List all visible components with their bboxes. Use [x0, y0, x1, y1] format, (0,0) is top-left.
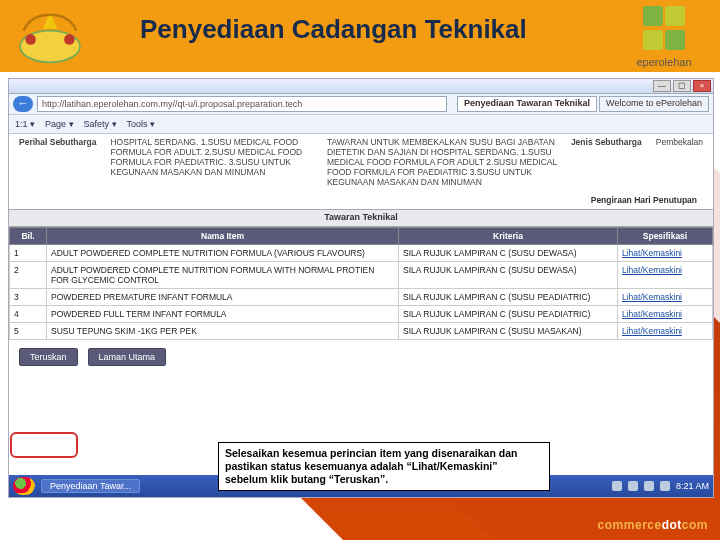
tab-welcome[interactable]: Welcome to ePerolehan	[599, 96, 709, 112]
crest-logo-icon	[6, 4, 94, 66]
address-bar[interactable]: http://latihan.eperolehan.com.my//qt-u/i…	[37, 96, 447, 112]
cell-item: POWDERED PREMATURE INFANT FORMULA	[47, 289, 399, 306]
cell-kriteria: SILA RUJUK LAMPIRAN C (SUSU DEWASA)	[399, 245, 618, 262]
cell-bil: 4	[10, 306, 47, 323]
jenis-value: Pembekalan	[656, 137, 703, 187]
tawaran-value: TAWARAN UNTUK MEMBEKALKAN SUSU BAGI JABA…	[327, 137, 557, 187]
svg-point-1	[25, 34, 36, 45]
taskbar-clock: 8:21 AM	[676, 481, 709, 491]
cell-bil: 5	[10, 323, 47, 340]
table-row: 3POWDERED PREMATURE INFANT FORMULASILA R…	[10, 289, 713, 306]
cell-spec: Lihat/Kemaskini	[618, 323, 713, 340]
cell-item: ADULT POWDERED COMPLETE NUTRITION FORMUL…	[47, 245, 399, 262]
tray-icon[interactable]	[628, 481, 638, 491]
cell-spec: Lihat/Kemaskini	[618, 245, 713, 262]
th-kriteria: Kriteria	[399, 228, 618, 245]
cell-spec: Lihat/Kemaskini	[618, 289, 713, 306]
tray-icon[interactable]	[612, 481, 622, 491]
th-spesifikasi: Spesifikasi	[618, 228, 713, 245]
commercedotcom-logo: commercedotcom	[598, 518, 708, 532]
cell-spec: Lihat/Kemaskini	[618, 306, 713, 323]
perihal-label: Perihal Sebutharga	[19, 137, 96, 187]
back-button[interactable]: ←	[13, 96, 33, 112]
instruction-callout: Selesaikan kesemua perincian item yang d…	[218, 442, 550, 491]
svg-point-2	[64, 34, 75, 45]
close-button[interactable]: ×	[693, 80, 711, 92]
cell-spec: Lihat/Kemaskini	[618, 262, 713, 289]
cell-bil: 1	[10, 245, 47, 262]
page-title: Penyediaan Cadangan Teknikal	[140, 14, 527, 45]
start-button[interactable]	[13, 477, 35, 495]
lihat-kemaskini-link[interactable]: Lihat/Kemaskini	[622, 292, 682, 302]
tab-penyediaan[interactable]: Penyediaan Tawaran Teknikal	[457, 96, 597, 112]
lihat-kemaskini-link[interactable]: Lihat/Kemaskini	[622, 248, 682, 258]
teruskan-button[interactable]: Teruskan	[19, 348, 78, 366]
browser-screenshot: — ▢ × ← http://latihan.eperolehan.com.my…	[8, 78, 714, 498]
toolbar-page[interactable]: Page ▾	[45, 119, 74, 129]
cell-kriteria: SILA RUJUK LAMPIRAN C (SUSU PEADIATRIC)	[399, 289, 618, 306]
eperolehan-logo: eperolehan	[622, 6, 706, 62]
closing-day-label: Pengiraan Hari Penutupan	[9, 195, 713, 209]
tray-icon[interactable]	[644, 481, 654, 491]
cell-kriteria: SILA RUJUK LAMPIRAN C (SUSU MASAKAN)	[399, 323, 618, 340]
cell-kriteria: SILA RUJUK LAMPIRAN C (SUSU DEWASA)	[399, 262, 618, 289]
cell-bil: 2	[10, 262, 47, 289]
cell-item: POWDERED FULL TERM INFANT FORMULA	[47, 306, 399, 323]
taskbar-task[interactable]: Penyediaan Tawar...	[41, 479, 140, 493]
lihat-kemaskini-link[interactable]: Lihat/Kemaskini	[622, 309, 682, 319]
ie-toolbar: 1:1 ▾ Page ▾ Safety ▾ Tools ▾	[9, 115, 713, 134]
toolbar-tools[interactable]: Tools ▾	[127, 119, 156, 129]
section-tawaran-teknikal: Tawaran Teknikal	[9, 209, 713, 227]
th-bil: Bil.	[10, 228, 47, 245]
table-row: 2ADULT POWDERED COMPLETE NUTRITION FORMU…	[10, 262, 713, 289]
th-nama: Nama Item	[47, 228, 399, 245]
tray-icon[interactable]	[660, 481, 670, 491]
items-table: Bil. Nama Item Kriteria Spesifikasi 1ADU…	[9, 227, 713, 340]
table-row: 5SUSU TEPUNG SKIM -1KG PER PEKSILA RUJUK…	[10, 323, 713, 340]
table-row: 4POWDERED FULL TERM INFANT FORMULASILA R…	[10, 306, 713, 323]
cell-item: ADULT POWDERED COMPLETE NUTRITION FORMUL…	[47, 262, 399, 289]
toolbar-safety[interactable]: Safety ▾	[84, 119, 117, 129]
window-titlebar: — ▢ ×	[9, 79, 713, 94]
cell-kriteria: SILA RUJUK LAMPIRAN C (SUSU PEADIATRIC)	[399, 306, 618, 323]
lihat-kemaskini-link[interactable]: Lihat/Kemaskini	[622, 265, 682, 275]
cell-bil: 3	[10, 289, 47, 306]
cell-item: SUSU TEPUNG SKIM -1KG PER PEK	[47, 323, 399, 340]
maximize-button[interactable]: ▢	[673, 80, 691, 92]
perihal-value: HOSPITAL SERDANG. 1.SUSU MEDICAL FOOD FO…	[110, 137, 312, 187]
table-row: 1ADULT POWDERED COMPLETE NUTRITION FORMU…	[10, 245, 713, 262]
jenis-label: Jenis Sebutharga	[571, 137, 642, 187]
lihat-kemaskini-link[interactable]: Lihat/Kemaskini	[622, 326, 682, 336]
toolbar-zoom[interactable]: 1:1 ▾	[15, 119, 35, 129]
minimize-button[interactable]: —	[653, 80, 671, 92]
laman-utama-button[interactable]: Laman Utama	[88, 348, 167, 366]
